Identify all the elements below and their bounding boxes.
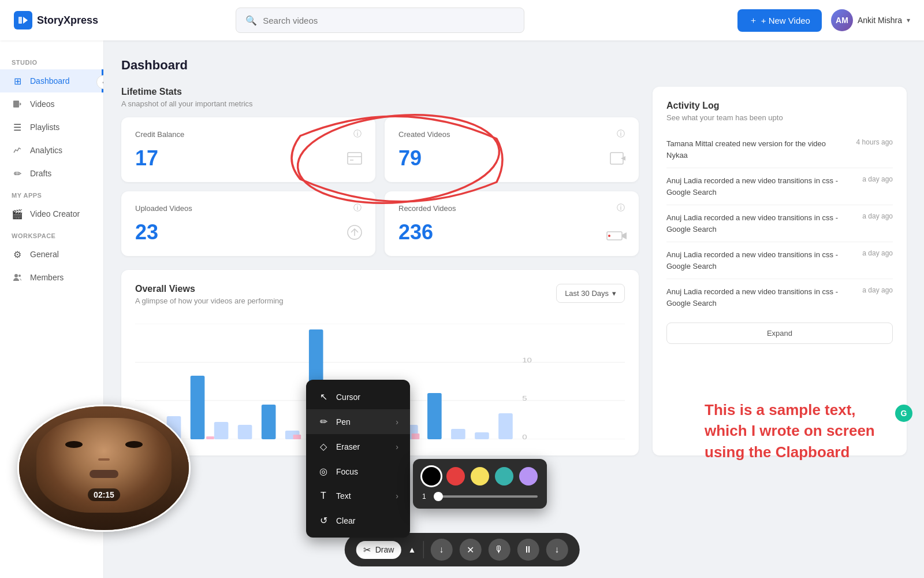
sidebar-item-drafts[interactable]: ✏ Drafts [0,162,103,185]
text-tool-icon: T [318,491,329,501]
logo-icon [14,11,32,29]
svg-text:5: 5 [522,395,527,402]
activity-item-1: Anuj Ladia recorded a new video transiti… [666,168,893,205]
credit-balance-info-icon[interactable]: ⓘ [353,129,362,139]
sidebar-video-creator-label: Video Creator [30,209,80,218]
svg-rect-20 [191,376,205,439]
activity-time-3: a day ago [862,249,893,257]
svg-rect-23 [262,405,276,439]
created-videos-info-icon[interactable]: ⓘ [617,129,625,139]
recorded-videos-value: 236 [398,220,625,244]
search-input[interactable] [263,16,515,25]
sidebar-item-playlists[interactable]: ☰ Playlists [0,116,103,139]
sidebar-item-analytics[interactable]: Analytics [0,139,103,162]
activity-time-1: a day ago [862,175,893,183]
recorded-videos-info-icon[interactable]: ⓘ [617,203,625,213]
credit-balance-value: 17 [135,146,362,171]
annotation-text: This is a sample text, which I wrote on … [705,399,878,462]
clear-label: Clear [336,516,355,525]
activity-item-0: Tamana Mittal created new version for th… [666,131,893,168]
toolbar-chevron-up-icon: ▲ [408,545,416,554]
stat-card-created-videos: Created Videos ⓘ 79 [385,117,639,182]
created-videos-value: 79 [398,146,625,171]
toolbar-more-button[interactable]: ↓ [546,539,568,561]
activity-text-2: Anuj Ladia recorded a new video transiti… [666,212,862,235]
activity-item-4: Anuj Ladia recorded a new video transiti… [666,279,893,316]
stat-card-uploaded-videos: Uploaded Videos ⓘ 23 [121,191,375,256]
recorded-videos-label: Recorded Videos ⓘ [398,203,625,213]
studio-section-label: Studio [0,52,103,69]
draw-menu-cursor[interactable]: ↖ Cursor [306,384,410,409]
sidebar-item-video-creator[interactable]: 🎬 Video Creator [0,202,103,225]
overall-views-title: Overall Views [135,284,284,294]
draw-menu-text[interactable]: T Text › [306,484,410,508]
toolbar-mic-button[interactable]: 🎙 [488,539,510,561]
dashboard-icon: ⊞ [12,75,23,87]
credit-balance-icon [345,149,364,171]
sidebar-videos-label: Videos [30,99,55,109]
search-icon: 🔍 [245,15,257,26]
draw-menu-clear[interactable]: ↺ Clear [306,508,410,533]
created-videos-icon [609,149,627,171]
sidebar-item-members[interactable]: Members [0,266,103,289]
text-label: Text [336,491,351,501]
draw-menu-focus[interactable]: ◎ Focus [306,459,410,484]
eraser-icon: ◇ [318,441,329,452]
scissors-icon: ✂ [363,544,371,555]
uploaded-videos-label: Uploaded Videos ⓘ [135,203,362,213]
workspace-section-label: Workspace [0,225,103,243]
new-video-button[interactable]: ＋ + New Video [737,9,822,32]
svg-rect-5 [348,153,362,164]
playlists-icon: ☰ [12,121,23,133]
toolbar-pause-button[interactable]: ⏸ [517,539,539,561]
activity-text-0: Tamana Mittal created new version for th… [666,138,856,161]
text-arrow-icon: › [396,491,398,501]
activity-log-title: Activity Log [666,101,893,111]
color-yellow[interactable] [471,467,489,486]
sidebar-item-dashboard[interactable]: ⊞ Dashboard [0,69,103,92]
uploaded-videos-info-icon[interactable]: ⓘ [353,203,362,213]
draw-menu-eraser[interactable]: ◇ Eraser › [306,434,410,459]
avatar: AM [831,9,853,31]
general-icon: ⚙ [12,249,23,260]
video-timer: 02:15 [88,488,120,501]
color-black[interactable] [422,467,441,486]
activity-text-1: Anuj Ladia recorded a new video transiti… [666,175,862,198]
pen-arrow-icon: › [396,417,398,427]
stat-card-recorded-videos: Recorded Videos ⓘ 236 [385,191,639,256]
plus-icon: ＋ [749,15,758,26]
draw-button[interactable]: ✂ Draw [356,541,401,559]
sidebar-general-label: General [30,250,59,259]
toolbar-close-button[interactable]: ✕ [459,539,481,561]
eraser-arrow-icon: › [396,442,398,451]
drafts-icon: ✏ [12,168,23,179]
color-purple[interactable] [519,467,538,486]
video-creator-icon: 🎬 [12,208,23,220]
clear-icon: ↺ [318,515,329,526]
color-teal[interactable] [495,467,513,486]
new-video-label: + New Video [761,16,810,25]
user-info[interactable]: AM Ankit Mishra ▾ [831,9,910,31]
svg-rect-31 [451,429,465,439]
activity-item-3: Anuj Ladia recorded a new video transiti… [666,242,893,279]
size-range-input[interactable] [434,495,538,498]
eraser-label: Eraser [336,442,360,451]
created-videos-label: Created Videos ⓘ [398,129,625,139]
grammarly-icon[interactable]: G [895,405,912,422]
date-filter-button[interactable]: Last 30 Days ▾ [556,284,625,303]
date-filter-chevron-icon: ▾ [612,289,616,298]
sidebar-item-general[interactable]: ⚙ General [0,243,103,266]
date-filter-label: Last 30 Days [565,289,609,298]
video-face [19,406,189,530]
search-bar[interactable]: 🔍 [236,8,524,33]
lifetime-stats-section: Lifetime Stats A snapshot of all your im… [121,87,639,256]
expand-button[interactable]: Expand [666,323,893,344]
draw-menu-pen[interactable]: ✏ Pen › [306,409,410,434]
toolbar-down-button[interactable]: ↓ [430,539,452,561]
color-red[interactable] [446,467,465,486]
sidebar-playlists-label: Playlists [30,123,59,132]
cursor-icon: ↖ [318,391,329,402]
logo[interactable]: StoryXpress [14,11,129,29]
recorded-videos-icon [606,230,627,244]
sidebar-item-videos[interactable]: Videos [0,92,103,116]
